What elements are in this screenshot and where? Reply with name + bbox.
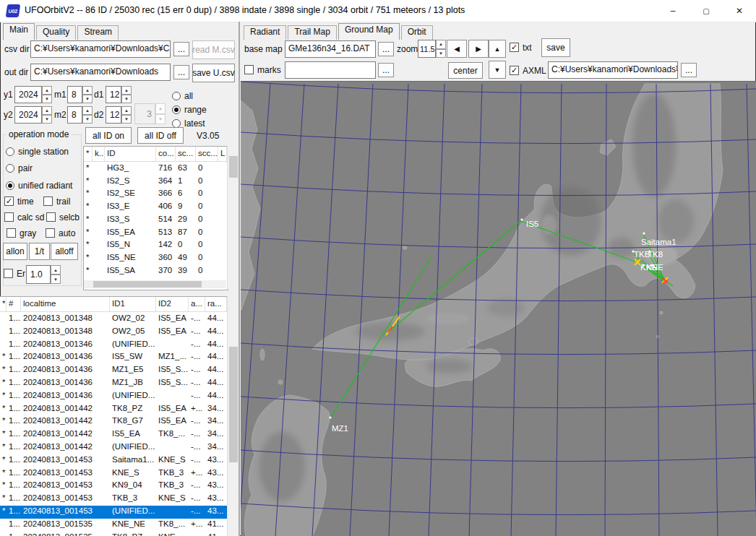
event-table-row[interactable]: 1...20240813_001348OW2_05IS5_EA-...44...: [0, 326, 227, 339]
id-table-row[interactable]: *HG3_716630: [84, 163, 228, 176]
panel-splitter[interactable]: [239, 22, 240, 536]
event-table-vscrollbar[interactable]: [227, 296, 239, 536]
opmode-check-trail[interactable]: trail: [43, 196, 70, 207]
er-checkbox[interactable]: Er: [4, 268, 25, 279]
id-table-col-0[interactable]: *: [84, 147, 93, 161]
id-table-col-4[interactable]: sc...: [176, 147, 196, 161]
opmode-button-alloff[interactable]: alloff: [51, 243, 78, 260]
m2-field[interactable]: 8: [67, 106, 82, 124]
id-table-row[interactable]: *IS3_E40690: [84, 201, 228, 214]
tab-quality[interactable]: Quality: [36, 25, 76, 40]
read-mcsv-button[interactable]: read M.csv: [192, 40, 235, 59]
opmode-check-gray[interactable]: gray: [7, 228, 36, 238]
radio-range[interactable]: range: [172, 104, 207, 115]
y2-spinner[interactable]: ▲▼: [42, 106, 52, 124]
event-table-row[interactable]: *1...20240813_001442(UNIFIED...-...34...: [0, 441, 227, 454]
maximize-button[interactable]: ▢: [690, 0, 723, 22]
m1-spinner[interactable]: ▲▼: [82, 86, 93, 103]
id-table-row[interactable]: *IS5_SA370390: [84, 265, 228, 278]
axml-path-field[interactable]: C:¥Users¥kanamori¥Downloads¥_w: [548, 61, 678, 79]
id-table-hscrollbar[interactable]: [84, 280, 226, 288]
tab-stream[interactable]: Stream: [77, 25, 119, 40]
marks-checkbox[interactable]: marks: [244, 64, 281, 75]
csv-dir-browse-button[interactable]: ...: [173, 42, 189, 56]
tab-ground-map[interactable]: Ground Map: [338, 23, 400, 40]
event-table-row[interactable]: *1...20240813_001453Saitama1...KNE_S-...…: [0, 454, 227, 467]
event-table-col-2[interactable]: localtime: [21, 297, 110, 311]
event-table-row[interactable]: 1...20240813_001348OW2_02IS5_EA-...44...: [0, 313, 227, 326]
zoom-spinner[interactable]: ▲▼: [436, 40, 446, 58]
event-table-col-4[interactable]: ID2: [156, 297, 189, 311]
tab-radiant[interactable]: Radiant: [244, 25, 286, 40]
all-id-on-button[interactable]: all ID on: [85, 127, 132, 144]
id-table-col-6[interactable]: L: [218, 147, 227, 161]
event-table-row[interactable]: *1...20240813_001436(UNIFIED...-...44...: [0, 390, 227, 403]
minimize-button[interactable]: –: [656, 0, 690, 22]
opmode-check-calc-sd[interactable]: calc sd: [4, 212, 44, 222]
id-table-col-5[interactable]: scc...: [196, 147, 218, 161]
marks-field[interactable]: [285, 61, 376, 79]
er-value-field[interactable]: 1.0: [26, 265, 51, 284]
pan-down-button[interactable]: ▼: [489, 61, 506, 79]
base-map-field[interactable]: GMe136n34_16.DAT: [285, 40, 376, 58]
event-table-row[interactable]: 1...20240813_001535KNE_NETK8_...+...41..…: [0, 519, 227, 532]
center-button[interactable]: center: [448, 62, 483, 79]
axml-checkbox[interactable]: ✓AXML: [510, 65, 546, 76]
y2-field[interactable]: 2024: [14, 106, 42, 124]
event-table-col-1[interactable]: #: [7, 297, 21, 311]
id-table-row[interactable]: *IS2_SE36660: [84, 188, 228, 201]
id-table-vscrollbar[interactable]: [227, 146, 239, 289]
d1-spinner[interactable]: ▲▼: [121, 86, 132, 103]
save-ucsv-button[interactable]: save U.csv: [192, 64, 235, 82]
save-button[interactable]: save: [541, 38, 570, 57]
event-table-col-0[interactable]: *: [0, 297, 7, 311]
opmode-radio-pair[interactable]: pair: [6, 163, 33, 174]
tab-orbit[interactable]: Orbit: [401, 25, 433, 40]
id-table-row[interactable]: *IS2_S36410: [84, 176, 228, 189]
zoom-field[interactable]: 11.5: [418, 40, 436, 58]
id-table-row[interactable]: *IS3_S514290: [84, 214, 228, 227]
y1-field[interactable]: 2024: [14, 86, 42, 103]
pan-up-button[interactable]: ▲: [489, 40, 506, 58]
d2-spinner[interactable]: ▲▼: [121, 106, 132, 124]
opmode-button-1t[interactable]: 1/t: [29, 243, 50, 260]
axml-browse-button[interactable]: ...: [681, 63, 697, 77]
event-table-row[interactable]: *1...20240813_001453(UNIFIED...-...43...: [0, 506, 227, 519]
event-table-vscroll-thumb[interactable]: [229, 347, 238, 462]
id-table-row[interactable]: *IS5_N14200: [84, 239, 228, 252]
txt-checkbox[interactable]: ✓txt: [510, 42, 532, 53]
base-map-browse-button[interactable]: ...: [378, 42, 394, 56]
tab-main[interactable]: Main: [3, 23, 35, 40]
pan-left-button[interactable]: ◀: [447, 40, 467, 58]
event-table-row[interactable]: *1...20240813_001436MZ1_E5IS5_S...-...44…: [0, 364, 227, 377]
event-table-row[interactable]: *1...20240813_001442IS5_EATK8_...-...34.…: [0, 428, 227, 441]
csv-dir-field[interactable]: C:¥Users¥kanamori¥Downloads¥CSV: [30, 40, 171, 58]
id-table-col-2[interactable]: ID: [105, 147, 156, 161]
event-table-row[interactable]: *1...20240813_001442TK8_G7IS5_EA-...34..…: [0, 415, 227, 428]
id-table-col-3[interactable]: co...: [156, 147, 176, 161]
event-table-row[interactable]: *1...20240813_001453KN9_04TKB_3-...43...: [0, 480, 227, 493]
event-table-row[interactable]: *1...20240813_001453KNE_STKB_3+...43...: [0, 467, 227, 480]
event-table-row[interactable]: 1...20240813_001346(UNIFIED...-...44...: [0, 339, 227, 352]
event-table-col-3[interactable]: ID1: [110, 297, 156, 311]
opmode-check-auto[interactable]: auto: [46, 228, 75, 238]
event-table-row[interactable]: *1...20240813_001453TKB_3KNE_S-...43...: [0, 493, 227, 506]
pan-right-button[interactable]: ▶: [468, 40, 489, 58]
er-value-spinner[interactable]: ▲▼: [51, 265, 61, 284]
opmode-check-selcb[interactable]: selcb: [46, 212, 80, 222]
d1-field[interactable]: 12: [106, 86, 121, 103]
opmode-check-time[interactable]: ✓time: [4, 196, 34, 207]
close-button[interactable]: ✕: [723, 0, 756, 22]
m2-spinner[interactable]: ▲▼: [82, 106, 93, 124]
opmode-button-allon[interactable]: allon: [3, 243, 27, 260]
opmode-radio-unified-radiant[interactable]: unified radiant: [6, 180, 72, 191]
event-table-col-5[interactable]: a...: [189, 297, 205, 311]
m1-field[interactable]: 8: [67, 86, 82, 103]
event-table-row[interactable]: *1...20240813_001436IS5_SWMZ1_...-...44.…: [0, 351, 227, 364]
id-table-row[interactable]: *IS5_NE360490: [84, 252, 228, 265]
event-table-row[interactable]: *1...20240813_001442TK8_PZIS5_EA+...34..…: [0, 403, 227, 416]
id-table-hscroll-thumb[interactable]: [93, 281, 202, 288]
event-table-col-6[interactable]: ra...: [205, 297, 227, 311]
id-table-col-1[interactable]: k..: [93, 147, 105, 161]
event-table-row[interactable]: *1...20240813_001436MZ1_JBIS5_S...-...44…: [0, 377, 227, 390]
